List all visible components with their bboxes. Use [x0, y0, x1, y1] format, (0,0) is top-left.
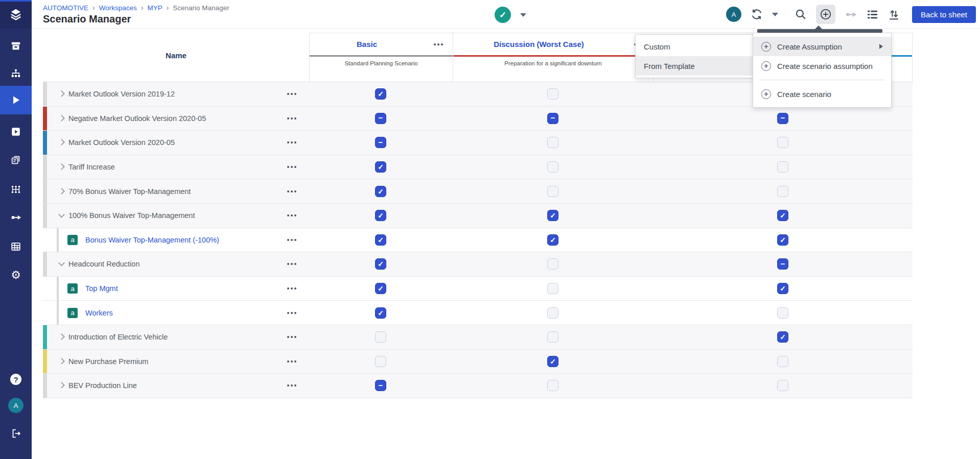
checkbox-scenario-3[interactable]	[777, 356, 788, 367]
checkbox-scenario-3[interactable]	[777, 161, 788, 173]
expand-chevron-icon[interactable]	[58, 163, 65, 170]
expand-chevron-icon[interactable]	[58, 115, 65, 122]
checkbox-scenario-3[interactable]	[777, 283, 788, 294]
sidebar-item-flows[interactable]	[0, 206, 32, 229]
checkbox-basic[interactable]	[375, 331, 386, 343]
sidebar-user-avatar[interactable]: A	[0, 394, 32, 417]
checkbox-basic[interactable]	[375, 186, 386, 197]
list-view-icon[interactable]	[866, 8, 879, 21]
status-check-icon[interactable]	[495, 7, 511, 23]
sidebar-item-model[interactable]	[0, 178, 32, 201]
menu-item[interactable]: From Template	[636, 56, 755, 76]
sidebar-item-help[interactable]: ?	[0, 368, 32, 391]
row-actions-button[interactable]	[286, 93, 297, 95]
row-actions-button[interactable]	[286, 384, 297, 386]
create-plus-icon[interactable]	[816, 5, 835, 24]
sidebar-item-settings[interactable]: ⚙	[0, 263, 32, 287]
checkbox-basic[interactable]	[375, 137, 386, 148]
row-name: Market Outlook Version 2019-12	[68, 90, 175, 98]
breadcrumb-automotive[interactable]: AUTOMOTIVE	[43, 4, 88, 12]
checkbox-basic[interactable]	[375, 283, 386, 294]
search-icon[interactable]	[794, 8, 807, 21]
menu-item[interactable]: Create scenario	[753, 84, 891, 104]
checkbox-scenario-3[interactable]	[777, 210, 788, 221]
sidebar-item-logout[interactable]	[0, 422, 32, 445]
expand-chevron-icon[interactable]	[58, 382, 65, 389]
sidebar-item-scenario-manager[interactable]	[0, 86, 32, 114]
checkbox-discussion[interactable]	[547, 88, 558, 100]
sidebar-item-archive[interactable]	[0, 34, 32, 58]
sidebar-item-hierarchy[interactable]	[0, 62, 32, 85]
app-logo[interactable]	[0, 0, 32, 29]
expand-chevron-icon[interactable]	[58, 90, 65, 97]
row-actions-button[interactable]	[286, 287, 297, 289]
checkbox-basic[interactable]	[375, 234, 386, 246]
back-to-sheet-button[interactable]: Back to sheet	[912, 6, 976, 23]
collapse-chevron-icon[interactable]	[58, 260, 65, 267]
sidebar-item-simulation[interactable]	[0, 120, 32, 143]
breadcrumb-workspaces[interactable]: Workspaces	[99, 4, 137, 12]
status-dropdown-caret-icon[interactable]	[520, 13, 526, 17]
row-actions-button[interactable]	[286, 360, 297, 363]
row-name[interactable]: Bonus Waiver Top-Management (-100%)	[85, 236, 219, 244]
sidebar-item-tables[interactable]	[0, 235, 32, 258]
checkbox-discussion[interactable]	[547, 186, 558, 197]
refresh-dropdown-caret-icon[interactable]	[772, 13, 778, 16]
checkbox-scenario-3[interactable]	[777, 113, 788, 124]
checkbox-basic[interactable]	[375, 88, 386, 100]
checkbox-discussion[interactable]	[547, 356, 558, 367]
scenario-menu-button[interactable]	[433, 43, 444, 45]
sidebar-item-pages[interactable]	[0, 149, 32, 172]
menu-item[interactable]: Custom	[636, 37, 755, 56]
expand-chevron-icon[interactable]	[58, 188, 65, 195]
checkbox-basic[interactable]	[375, 161, 386, 173]
checkbox-basic[interactable]	[375, 307, 386, 319]
row-name[interactable]: Top Mgmt	[85, 284, 118, 293]
collapse-chevron-icon[interactable]	[58, 211, 65, 218]
checkbox-discussion[interactable]	[547, 161, 558, 173]
row-actions-button[interactable]	[286, 117, 297, 119]
expand-chevron-icon[interactable]	[58, 139, 65, 146]
checkbox-basic[interactable]	[375, 356, 386, 367]
checkbox-scenario-3[interactable]	[777, 137, 788, 148]
checkbox-scenario-3[interactable]	[777, 307, 788, 319]
checkbox-scenario-3[interactable]	[777, 186, 788, 197]
checkbox-discussion[interactable]	[547, 113, 558, 124]
row-actions-button[interactable]	[286, 214, 297, 216]
checkbox-scenario-3[interactable]	[777, 258, 788, 270]
checkbox-scenario-3[interactable]	[777, 331, 788, 343]
checkbox-basic[interactable]	[375, 210, 386, 221]
row-actions-button[interactable]	[286, 239, 297, 241]
import-export-icon[interactable]	[888, 8, 900, 21]
row-name[interactable]: Workers	[85, 309, 113, 317]
checkbox-scenario-3[interactable]	[777, 380, 788, 391]
expand-chevron-icon[interactable]	[58, 333, 65, 340]
checkbox-discussion[interactable]	[547, 137, 558, 148]
checkbox-discussion[interactable]	[547, 283, 558, 294]
checkbox-discussion[interactable]	[547, 380, 558, 391]
checkbox-discussion[interactable]	[547, 307, 558, 319]
checkbox-basic[interactable]	[375, 380, 386, 391]
checkbox-discussion[interactable]	[547, 258, 558, 270]
row-actions-button[interactable]	[286, 166, 297, 168]
scenario-title[interactable]: Basic	[310, 40, 424, 49]
row-actions-button[interactable]	[286, 141, 297, 143]
checkbox-basic[interactable]	[375, 113, 386, 124]
checkbox-basic[interactable]	[375, 258, 386, 270]
row-actions-button[interactable]	[286, 312, 297, 314]
table-icon	[10, 241, 21, 252]
breadcrumb-myp[interactable]: MYP	[147, 4, 162, 12]
menu-item[interactable]: Create Assumption	[753, 37, 891, 56]
row-actions-button[interactable]	[286, 190, 297, 192]
checkbox-discussion[interactable]	[547, 234, 558, 246]
refresh-icon[interactable]	[750, 8, 763, 21]
row-actions-button[interactable]	[286, 263, 297, 265]
checkbox-scenario-3[interactable]	[777, 234, 788, 246]
expand-chevron-icon[interactable]	[58, 358, 65, 365]
row-actions-button[interactable]	[286, 336, 297, 338]
scenario-title[interactable]: Discussion (Worst Case)	[453, 40, 624, 49]
checkbox-discussion[interactable]	[547, 331, 558, 343]
user-avatar[interactable]: A	[726, 7, 741, 22]
menu-item[interactable]: Create scenario assumption	[753, 56, 891, 76]
checkbox-discussion[interactable]	[547, 210, 558, 221]
